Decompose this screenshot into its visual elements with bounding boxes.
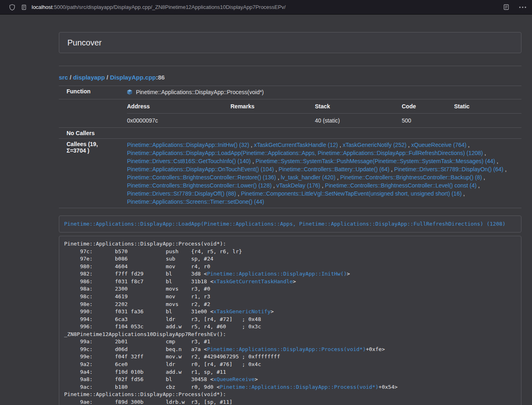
callee-separator: , — [276, 174, 281, 181]
callee-link[interactable]: Pinetime::Controllers::BrightnessControl… — [127, 182, 271, 189]
callee-separator: , — [338, 142, 343, 148]
callee-separator: , — [390, 166, 394, 172]
function-cell: Pinetime::Applications::DisplayApp::Proc… — [118, 86, 521, 99]
function-row-label: Function — [59, 86, 118, 99]
page-info-icon[interactable] — [21, 4, 27, 10]
asm-line: 98a: 2300 movs r3, #0 — [64, 285, 516, 293]
asm-line: 97c: b570 push {r4, r5, r6, lr} — [64, 248, 516, 256]
callee-separator: , — [504, 166, 507, 172]
symbol-link[interactable]: Pinetime::Applications::DisplayApp::Proc… — [220, 384, 379, 390]
asm-line: Pinetime::Applications::DisplayApp::Proc… — [64, 391, 516, 399]
breadcrumb-separator: / — [68, 74, 73, 81]
callee-separator: , — [495, 158, 498, 164]
callee-link[interactable]: Pinetime::Drivers::St7789::DisplayOff() … — [127, 190, 236, 197]
toolbar-right-icons — [503, 4, 526, 10]
callee-link[interactable]: Pinetime::Applications::Screens::Timer::… — [127, 198, 264, 205]
asm-line: 994: 6ca3 ldr r3, [r4, #72] ; 0x48 — [64, 316, 516, 323]
metrics-row: Address Remarks Stack Code Static 0x0000… — [59, 99, 521, 128]
asm-line: 980: 4604 mov r4, r0 — [64, 263, 516, 271]
disassembly-panel: Pinetime::Applications::DisplayApp::Proc… — [59, 236, 521, 405]
asm-line: 99c: d06d beq.n a7a <Pinetime::Applicati… — [64, 346, 516, 353]
code-size-value: 500 — [398, 114, 451, 128]
callee-link[interactable]: vTaskDelay (176) — [276, 182, 320, 189]
asm-line: 98e: 2202 movs r2, #2 — [64, 301, 516, 308]
url-bar[interactable]: localhost:5000/path/src/displayapp/Displ… — [32, 4, 503, 10]
asm-line: 98c: 4619 mov r1, r3 — [64, 293, 516, 301]
app-title[interactable]: Puncover — [67, 38, 102, 47]
function-name: Pinetime::Applications::DisplayApp::Proc… — [136, 89, 264, 95]
callees-row: Callees (19, Σ=3704 ) Pinetime::Applicat… — [59, 139, 521, 208]
callee-separator: , — [251, 158, 256, 164]
callee-link[interactable]: Pinetime::Controllers::BrightnessControl… — [127, 174, 276, 181]
loadapp-symbol-link[interactable]: Pinetime::Applications::DisplayApp::Load… — [64, 221, 506, 227]
page-actions-icon[interactable] — [519, 6, 526, 8]
static-value — [451, 114, 521, 128]
symbol-link[interactable]: xTaskGetCurrentTaskHandle — [213, 278, 293, 284]
callee-separator: , — [407, 142, 411, 148]
callee-link[interactable]: Pinetime::Drivers::Cst816S::GetTouchInfo… — [127, 158, 251, 164]
callees-list: Pinetime::Applications::DisplayApp::Init… — [118, 139, 521, 208]
metrics-table: Address Remarks Stack Code Static 0x0000… — [127, 99, 521, 127]
col-header-static: Static — [451, 99, 521, 114]
callee-link[interactable]: Pinetime::Applications::DisplayApp::Init… — [127, 142, 249, 148]
callee-separator: , — [236, 190, 241, 197]
callee-link[interactable]: Pinetime::Controllers::Battery::Update()… — [279, 166, 390, 172]
asm-line: 9ac: b180 cbz r0, 9d0 <Pinetime::Applica… — [64, 383, 516, 391]
callee-separator: , — [483, 150, 486, 156]
no-callers-cell — [118, 128, 521, 139]
callee-separator: , — [482, 174, 485, 181]
symbol-link[interactable]: xQueueReceive — [213, 376, 255, 382]
callee-separator: , — [271, 182, 276, 189]
callee-link[interactable]: Pinetime::Controllers::BrightnessControl… — [340, 174, 482, 181]
callee-separator: , — [336, 174, 340, 181]
callee-separator: , — [274, 166, 279, 172]
breadcrumb-link-file[interactable]: DisplayApp.cpp — [110, 74, 156, 81]
page-content: Puncover src / displayapp / DisplayApp.c… — [59, 32, 521, 405]
callee-link[interactable]: Pinetime::System::SystemTask::PushMessag… — [256, 158, 495, 164]
symbol-link[interactable]: xTaskGenericNotify — [213, 308, 271, 315]
callee-link[interactable]: Pinetime::Applications::DisplayApp::Load… — [127, 150, 483, 156]
breadcrumb-link-displayapp[interactable]: displayapp — [73, 74, 105, 81]
callees-label: Callees (19, Σ=3704 ) — [59, 139, 118, 208]
col-header-stack: Stack — [312, 99, 398, 114]
callee-link[interactable]: Pinetime::Drivers::St7789::DisplayOn() (… — [394, 166, 503, 172]
callee-separator: , — [466, 142, 470, 148]
breadcrumb-link-src[interactable]: src — [59, 74, 68, 81]
url-path: :5000/path/src/displayapp/DisplayApp.cpp… — [52, 4, 286, 10]
cube-icon — [127, 89, 132, 97]
callee-link[interactable]: xQueueReceive (764) — [411, 142, 466, 148]
asm-line: 97e: b086 sub sp, #24 — [64, 255, 516, 263]
asm-line: 986: f031 f8c7 bl 31b18 <xTaskGetCurrent… — [64, 278, 516, 286]
symbol-link[interactable]: Pinetime::Applications::DisplayApp::Init… — [207, 271, 347, 277]
callee-link[interactable]: lv_task_handler (420) — [281, 174, 336, 181]
metrics-row-label — [59, 99, 118, 128]
asm-line: 9a2: 6ce0 ldr r0, [r4, #76] ; 0x4c — [64, 361, 516, 368]
shield-icon[interactable] — [9, 4, 15, 11]
asm-line: 9a8: f02f fd56 bl 30458 <xQueueReceive> — [64, 376, 516, 383]
table-row: 0x0000097c 40 (static) 500 — [127, 114, 521, 128]
function-row: Function Pinetime::Applications::Display… — [59, 86, 521, 99]
callee-link[interactable]: xTaskGenericNotify (252) — [342, 142, 406, 148]
asm-line: _ZN8Pinetime12Applications10DisplayApp7R… — [64, 331, 516, 338]
callee-link[interactable]: Pinetime::Controllers::BrightnessControl… — [325, 182, 476, 189]
address-value: 0x0000097c — [127, 114, 227, 128]
symbol-link[interactable]: Pinetime::Applications::DisplayApp::Proc… — [207, 346, 366, 352]
breadcrumb-separator: / — [105, 74, 110, 81]
col-header-remarks: Remarks — [227, 99, 312, 114]
callee-separator: , — [320, 182, 325, 189]
symbol-panel: Pinetime::Applications::DisplayApp::Load… — [59, 215, 521, 233]
asm-line: 9ae: f89d 300b ldrb.w r3, [sp, #11] — [64, 399, 516, 405]
asm-line: 99e: f04f 32ff mov.w r2, #4294967295 ; 0… — [64, 353, 516, 361]
reader-view-icon[interactable] — [503, 4, 509, 10]
callee-link[interactable]: xTaskGetCurrentTaskHandle (12) — [254, 142, 338, 148]
remarks-value — [227, 114, 312, 128]
browser-toolbar: localhost:5000/path/src/displayapp/Displ… — [0, 0, 532, 15]
callee-separator: , — [476, 182, 480, 189]
asm-line: 99a: 2b01 cmp r3, #1 — [64, 338, 516, 346]
callee-link[interactable]: Pinetime::Applications::DisplayApp::OnTo… — [127, 166, 274, 172]
asm-line: 9a4: f10d 010b add.w r1, sp, #11 — [64, 368, 516, 376]
asm-line: 982: f7ff fd29 bl 3d8 <Pinetime::Applica… — [64, 270, 516, 278]
brand-panel: Puncover — [59, 32, 521, 53]
callee-separator: , — [462, 190, 465, 197]
callee-link[interactable]: Pinetime::Components::LittleVgl::SetNewT… — [241, 190, 462, 197]
